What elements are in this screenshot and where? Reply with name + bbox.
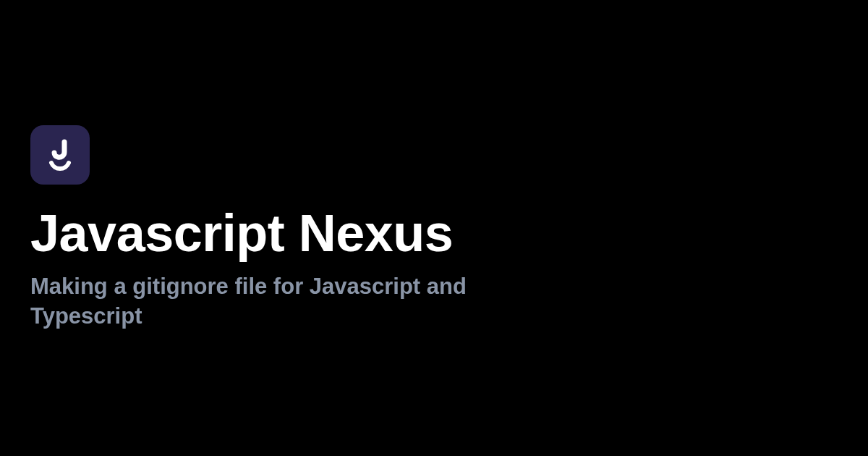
page-subtitle: Making a gitignore file for Javascript a… [30, 272, 493, 331]
j-logo-icon [43, 138, 77, 172]
site-logo [30, 125, 90, 185]
page-title: Javascript Nexus [30, 205, 868, 262]
